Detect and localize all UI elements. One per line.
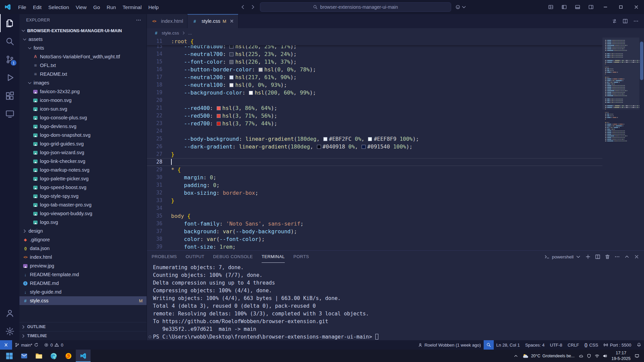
menu-view[interactable]: View [72,3,90,11]
toggle-sidebar-button[interactable] [557,0,571,14]
activity-source-control[interactable]: 1 [0,50,19,68]
code-line-20[interactable]: 20 [147,97,602,104]
code-line-16[interactable]: 16 --button-border-color: hsl(0, 0%, 78%… [147,66,602,73]
live-server-item[interactable]: Port : 5500 [601,340,634,350]
code-line-29[interactable]: 29* { [147,166,602,174]
panel-tab-terminal[interactable]: TERMINAL [262,251,285,263]
maximize-panel-icon[interactable] [624,254,630,259]
code-line-37[interactable]: 37 background: var(--body-background); [147,228,602,235]
file-OFL.txt[interactable]: ≡OFL.txt [19,61,147,70]
minimize-button[interactable] [598,0,613,14]
activity-settings[interactable] [0,322,19,340]
menu-selection[interactable]: Selection [45,3,72,11]
menu-file[interactable]: File [15,3,30,11]
weather-widget[interactable]: 20°C Grotendeels be... [522,353,575,359]
panel-more-actions-icon[interactable] [614,254,620,259]
menu-help[interactable]: Help [145,3,162,11]
code-line-17[interactable]: 17 --neutral200: hsl(217, 61%, 90%); [147,73,602,81]
code-line-38[interactable]: 38 color: var(--font-color); [147,235,602,243]
compare-changes-icon[interactable] [612,18,617,24]
kill-terminal-icon[interactable] [605,254,610,259]
file-index.html[interactable]: <>index.html [19,253,147,261]
file-logo-style-spy.svg[interactable]: logo-style-spy.svg [19,192,147,200]
back-arrow-icon[interactable] [240,4,246,10]
maximize-button[interactable] [613,0,629,14]
network-icon[interactable] [595,354,599,358]
panel-tab-output[interactable]: OUTPUT [185,251,204,263]
file-logo-grid-guides.svg[interactable]: logo-grid-guides.svg [19,139,147,148]
toggle-secondary-sidebar-button[interactable] [584,0,598,14]
code-line-39[interactable]: 39 font-size: 1rem; [147,243,602,250]
file-style.css[interactable]: #style.cssM [19,296,147,305]
branch-item[interactable]: main* [12,340,41,350]
file-preview.jpg[interactable]: preview.jpg [19,261,147,270]
file-logo-tab-master-pro.svg[interactable]: logo-tab-master-pro.svg [19,200,147,209]
file-logo-speed-boost.svg[interactable]: logo-speed-boost.svg [19,183,147,192]
copilot-menu[interactable] [455,4,467,10]
tray-expand-icon[interactable] [514,354,518,358]
code-line-18[interactable]: 18 --neutral100: hsl(0, 0%, 93%); [147,81,602,89]
file-logo-markup-notes.svg[interactable]: logo-markup-notes.svg [19,166,147,174]
problems-item[interactable]: 0 0 [41,340,66,350]
workspace-root-folder[interactable]: BROWSER-EXTENSIONS-MANAGER-UI-MAIN [19,26,147,35]
commit-info-item[interactable]: Roelof Wobben (1 week ago) [415,340,483,350]
activity-run-debug[interactable] [0,68,19,86]
folder-fonts[interactable]: fonts [19,44,147,52]
code-line-36[interactable]: 36 font-family: 'Noto Sans', sans-serif; [147,220,602,228]
taskbar-app-file-explorer[interactable] [32,350,46,362]
command-center-search[interactable]: browser-extensions-manager-ui-main [260,2,451,12]
code-line-32[interactable]: 32 box-sizing: border-box; [147,189,602,197]
onedrive-icon[interactable] [579,354,583,358]
code-line-21[interactable]: 21 --red400: hsl(3, 86%, 64%); [147,104,602,112]
section-timeline[interactable]: TIMELINE [19,331,147,340]
activity-extensions[interactable] [0,86,19,105]
menu-run[interactable]: Run [103,3,119,11]
file-NotoSans-VariableFont_wdth,wght.ttf[interactable]: ANotoSans-VariableFont_wdth,wght.ttf [19,52,147,61]
file-icon-moon.svg[interactable]: icon-moon.svg [19,96,147,105]
taskbar-clock[interactable]: 17:17 19-5-2025 [611,350,631,361]
security-icon[interactable] [587,354,591,358]
start-button[interactable] [2,350,17,362]
customize-layout-button[interactable] [544,0,557,14]
split-terminal-icon[interactable] [595,254,600,259]
activity-remote-explorer[interactable] [0,105,19,123]
panel-tab-ports[interactable]: PORTS [293,251,309,263]
file-.gitignore[interactable]: ◆.gitignore [19,235,147,244]
indentation-item[interactable]: Spaces: 4 [523,340,547,350]
file-logo-console-plus.svg[interactable]: logo-console-plus.svg [19,113,147,122]
file-README-template.md[interactable]: ↓README-template.md [19,270,147,279]
code-line-35[interactable]: 35body { [147,212,602,220]
file-logo-link-checker.svg[interactable]: logo-link-checker.svg [19,157,147,166]
file-icon-sun.svg[interactable]: icon-sun.svg [19,105,147,113]
editor-tab-style.css[interactable]: #style.cssM [187,14,238,28]
breadcrumb[interactable]: # style.css ... [147,28,644,38]
file-logo-viewport-buddy.svg[interactable]: logo-viewport-buddy.svg [19,209,147,218]
cursor-position-item[interactable]: Ln 28, Col 1 [494,340,523,350]
panel-tab-debug-console[interactable]: DEBUG CONSOLE [213,251,253,263]
file-logo-dom-snapshot.svg[interactable]: logo-dom-snapshot.svg [19,131,147,139]
taskbar-app-vscode[interactable] [76,350,91,362]
new-terminal-icon[interactable] [585,254,591,259]
activity-search[interactable] [0,32,19,50]
eol-item[interactable]: CRLF [565,340,582,350]
close-panel-icon[interactable] [634,254,639,259]
taskbar-app-edge[interactable] [46,350,61,362]
code-line-15[interactable]: 15 --font-color: hsl(226, 11%, 37%); [147,58,602,66]
file-favicon-32x32.png[interactable]: favicon-32x32.png [19,87,147,96]
file-logo.svg[interactable]: logo.svg [19,218,147,227]
explorer-more-actions-icon[interactable] [136,17,141,23]
minimap[interactable] [602,38,639,250]
section-outline[interactable]: OUTLINE [19,322,147,331]
encoding-item[interactable]: UTF-8 [547,340,565,350]
file-logo-palette-picker.svg[interactable]: logo-palette-picker.svg [19,174,147,183]
code-line-22[interactable]: 22 --red500: hsl(3, 71%, 56%); [147,112,602,120]
language-item[interactable]: {} CSS [582,340,601,350]
editor-scrollbar[interactable] [639,38,644,250]
folder-assets[interactable]: assets [19,35,147,44]
close-window-button[interactable] [629,0,644,14]
code-line-25[interactable]: 25 --body-background: linear-gradient(18… [147,135,602,143]
activity-explorer[interactable] [0,14,19,32]
close-tab-icon[interactable] [229,19,234,23]
menu-go[interactable]: Go [90,3,103,11]
volume-icon[interactable] [603,354,607,358]
